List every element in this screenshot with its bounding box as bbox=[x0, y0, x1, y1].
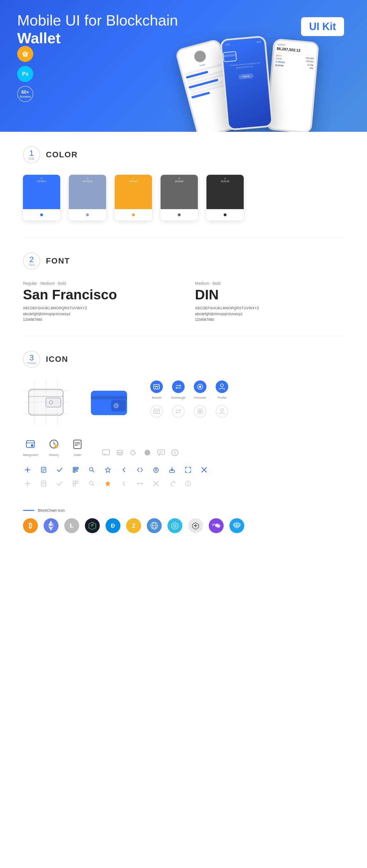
network-icon bbox=[147, 518, 162, 533]
svg-rect-51 bbox=[103, 450, 110, 455]
svg-point-99 bbox=[188, 482, 188, 483]
screens-badge: 60+ Screens bbox=[17, 86, 33, 102]
close-icon bbox=[200, 465, 209, 474]
check-icon bbox=[55, 465, 64, 474]
note-icon-gray bbox=[39, 479, 48, 488]
exchange-icon-item: Exchange bbox=[171, 379, 186, 399]
chevron-left-icon-gray bbox=[119, 479, 129, 488]
speech-icon bbox=[157, 448, 165, 457]
blue-wallet-icon bbox=[86, 379, 132, 425]
svg-point-59 bbox=[175, 451, 175, 452]
nav-icons-area: Assets Exchange bbox=[149, 379, 229, 419]
svg-point-25 bbox=[199, 385, 201, 388]
color-swatch-3: #666666 bbox=[161, 175, 198, 221]
qr-icon bbox=[71, 465, 80, 474]
section-1-header: 1 ONE COLOR bbox=[23, 146, 344, 163]
icon-section-title: ICON bbox=[46, 355, 68, 364]
dash-icon: Đ bbox=[106, 518, 120, 533]
svg-rect-90 bbox=[73, 484, 76, 486]
svg-point-53 bbox=[144, 450, 150, 456]
download-icon bbox=[167, 465, 177, 474]
svg-marker-105 bbox=[48, 526, 51, 531]
chat-icon bbox=[102, 448, 110, 457]
font-din: Medium · Bold DIN ABCDEFGHIJKLMNOPQRSTUV… bbox=[195, 281, 344, 322]
profile-icon-outline bbox=[215, 404, 229, 419]
chevron-left-icon bbox=[119, 465, 129, 474]
ethereum-icon bbox=[44, 518, 58, 533]
discover-icon-item: Discover bbox=[193, 379, 207, 399]
big-icon-area: Assets Exchange bbox=[23, 379, 344, 425]
expand-icon bbox=[184, 465, 193, 474]
search-icon bbox=[87, 465, 96, 474]
bottom-nav-icons: Mangment History bbox=[23, 437, 85, 457]
svg-rect-15 bbox=[91, 396, 127, 399]
gray-crypto-icon bbox=[188, 518, 203, 533]
svg-point-52 bbox=[117, 450, 123, 453]
bitcoin-icon: ₿ bbox=[23, 518, 38, 533]
svg-line-76 bbox=[92, 470, 94, 472]
color-swatch-0: #3574FA bbox=[23, 175, 60, 221]
misc-icons-row bbox=[102, 448, 179, 457]
phone-mockups: Profile 9:41 ●●● bbox=[166, 17, 367, 132]
x-icon-gray bbox=[151, 479, 161, 488]
section-2-number: 2 TWO bbox=[23, 252, 40, 270]
moon-icon bbox=[130, 448, 138, 457]
assets-icon-outline bbox=[149, 404, 164, 419]
history-icon: History bbox=[47, 437, 61, 457]
nav-icons-row-1: Assets Exchange bbox=[149, 379, 229, 399]
font-section-title: FONT bbox=[46, 256, 70, 266]
token-icon bbox=[167, 518, 182, 533]
info-icon bbox=[171, 448, 179, 457]
search-icon-gray bbox=[87, 479, 96, 488]
hero-tools: Ps 60+ Screens bbox=[17, 46, 33, 102]
color-swatch-4: #303030 bbox=[206, 175, 244, 221]
zcash-icon: Z bbox=[126, 518, 141, 533]
svg-line-92 bbox=[92, 484, 94, 486]
color-swatch-1: #8DA0C8 bbox=[69, 175, 106, 221]
svg-rect-71 bbox=[77, 468, 78, 469]
svg-rect-11 bbox=[46, 398, 61, 407]
svg-rect-40 bbox=[31, 444, 33, 446]
section-2-header: 2 TWO FONT bbox=[23, 252, 344, 270]
blockchain-section: BlockChain Icon ₿ Ł Đ Z bbox=[0, 502, 367, 548]
layers-icon bbox=[116, 448, 124, 457]
litecoin-icon: Ł bbox=[64, 518, 79, 533]
svg-point-78 bbox=[155, 469, 157, 471]
sketch-icon bbox=[17, 46, 33, 62]
color-section: 1 ONE COLOR #3574FA #8DA0C8 #F5A623 #666… bbox=[0, 132, 367, 238]
star-icon-orange bbox=[103, 479, 112, 488]
icon-section: 3 THREE ICON bbox=[0, 336, 367, 502]
utility-icons-blue bbox=[23, 465, 344, 474]
bottom-nav-icons-area: Mangment History bbox=[23, 437, 344, 457]
settings-icon bbox=[151, 465, 161, 474]
svg-rect-72 bbox=[74, 471, 75, 472]
phone-center: 9:41 ●●● Character may be mastered in th… bbox=[220, 35, 273, 131]
exchange-icon-outline bbox=[171, 404, 186, 419]
crypto-icons-row: ₿ Ł Đ Z bbox=[23, 518, 344, 533]
section-1-number: 1 ONE bbox=[23, 146, 40, 163]
arrows-icon-gray bbox=[135, 479, 144, 488]
dark-coin-icon bbox=[85, 518, 100, 533]
svg-rect-79 bbox=[169, 470, 175, 472]
svg-point-17 bbox=[114, 403, 118, 408]
order-icon: Order bbox=[70, 437, 85, 457]
svg-rect-74 bbox=[76, 470, 77, 471]
svg-rect-88 bbox=[73, 481, 76, 483]
check-icon-gray bbox=[55, 479, 64, 488]
font-section: 2 TWO FONT Regular · Medium · Bold San F… bbox=[0, 238, 367, 336]
fonts-row: Regular · Medium · Bold San Francisco AB… bbox=[23, 281, 344, 322]
utility-icons-gray bbox=[23, 479, 344, 488]
svg-rect-30 bbox=[156, 411, 158, 414]
hero-section: Mobile UI for Blockchain Wallet UI Kit P… bbox=[0, 0, 367, 132]
profile-icon-item: Profile bbox=[215, 379, 229, 399]
svg-point-35 bbox=[199, 410, 201, 412]
svg-point-22 bbox=[172, 380, 185, 393]
section-3-number: 3 THREE bbox=[23, 351, 40, 368]
share-icon bbox=[135, 465, 144, 474]
ps-icon: Ps bbox=[17, 66, 33, 82]
svg-marker-104 bbox=[51, 526, 54, 531]
svg-rect-89 bbox=[76, 481, 78, 483]
svg-rect-70 bbox=[74, 468, 75, 469]
management-icon: Mangment bbox=[23, 437, 38, 457]
note-icon bbox=[39, 465, 48, 474]
